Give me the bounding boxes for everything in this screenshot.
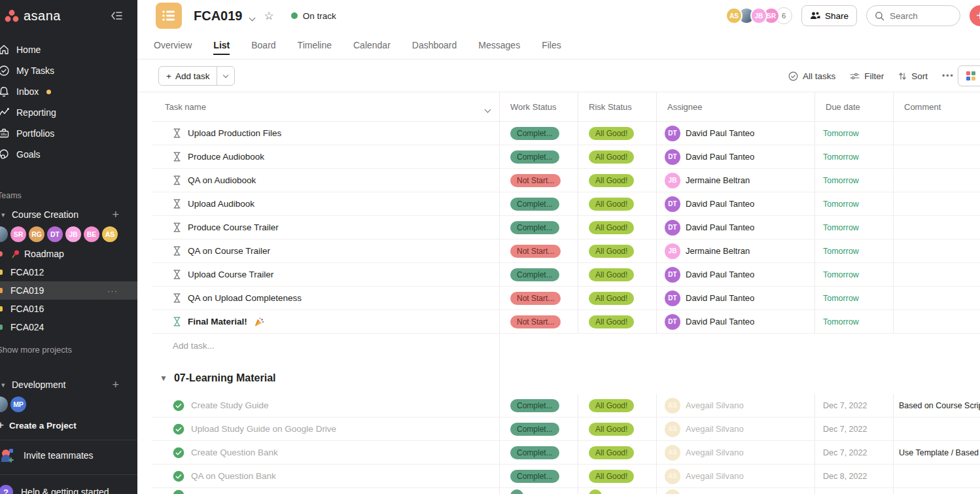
task-name[interactable]: Produce Course Trailer xyxy=(188,222,279,232)
assignee-name[interactable]: Jermaine Beltran xyxy=(686,246,750,256)
comment[interactable]: Use Template / Based o xyxy=(899,448,980,457)
add-project-button[interactable]: + xyxy=(112,378,119,392)
column-task-name[interactable]: Task name xyxy=(152,92,499,121)
tab-overview[interactable]: Overview xyxy=(154,31,192,59)
column-assignee[interactable]: Assignee xyxy=(656,92,814,121)
star-icon[interactable]: ☆ xyxy=(264,9,273,23)
sidebar-project-fca024[interactable]: FCA024 xyxy=(0,318,137,336)
chevron-down-icon[interactable] xyxy=(485,104,490,114)
team-course-creation[interactable]: ▾ Course Creation + xyxy=(0,204,137,225)
work-status-chip[interactable]: Complet... xyxy=(510,198,559,211)
work-status-chip[interactable]: Complet... xyxy=(510,150,559,164)
task-name[interactable]: QA on Audiobook xyxy=(188,175,256,185)
team-development[interactable]: ▾ Development + xyxy=(0,374,137,395)
avatar[interactable]: JB xyxy=(750,7,767,24)
sidebar-item-my-tasks[interactable]: My Tasks xyxy=(0,60,137,81)
risk-status-chip[interactable]: All Good! xyxy=(589,245,634,258)
table-row[interactable]: Create Study Guide Complet... All Good! … xyxy=(152,394,980,417)
search-box[interactable] xyxy=(866,5,960,26)
sidebar-project-roadmap[interactable]: Roadmap xyxy=(0,245,137,263)
sidebar-project-fca016[interactable]: FCA016 xyxy=(0,300,137,318)
task-name[interactable]: QA on Course Trailer xyxy=(188,246,270,256)
assignee-name[interactable]: David Paul Tanteo xyxy=(686,293,754,303)
due-date[interactable]: Dec 7, 2022 xyxy=(823,401,867,410)
table-row[interactable]: QA on Audiobook Not Start... All Good! J… xyxy=(152,169,980,192)
create-button[interactable]: + xyxy=(970,5,980,26)
assignee-name[interactable]: Jermaine Beltran xyxy=(686,175,750,185)
avatar[interactable]: AS xyxy=(102,226,118,242)
tab-messages[interactable]: Messages xyxy=(478,31,520,59)
due-date[interactable]: Tomorrow xyxy=(823,247,859,256)
sidebar-item-portfolios[interactable]: Portfolios xyxy=(0,123,137,144)
add-task-button[interactable]: +Add task xyxy=(158,66,235,86)
avatar[interactable]: SR xyxy=(10,226,26,242)
assignee-name[interactable]: David Paul Tanteo xyxy=(686,128,754,138)
column-work-status[interactable]: Work Status xyxy=(499,92,578,121)
tab-dashboard[interactable]: Dashboard xyxy=(412,31,457,59)
sort-button[interactable]: Sort xyxy=(898,71,928,81)
assignee-name[interactable]: David Paul Tanteo xyxy=(686,270,754,279)
column-due-date[interactable]: Due date xyxy=(814,92,893,121)
risk-status-chip[interactable]: All Good! xyxy=(589,174,634,187)
sidebar-project-fca012[interactable]: FCA012 xyxy=(0,263,137,281)
work-status-chip[interactable]: Complet... xyxy=(510,127,559,140)
table-row[interactable]: Upload Audibook Complet... All Good! DTD… xyxy=(152,192,980,216)
work-status-chip[interactable]: Not Start... xyxy=(510,315,561,328)
team-name[interactable]: Development xyxy=(12,379,112,390)
work-status-chip[interactable]: Complet... xyxy=(510,221,559,234)
risk-status-chip[interactable]: All Good! xyxy=(589,221,634,234)
assignee-name[interactable]: Avegail Silvano xyxy=(686,448,744,457)
due-date[interactable]: Tomorrow xyxy=(823,317,859,326)
asana-logo[interactable]: asana xyxy=(4,9,61,24)
assignee-name[interactable]: David Paul Tanteo xyxy=(686,199,754,209)
section-header[interactable]: ▼ 07-Learning Material xyxy=(152,366,980,390)
filter-button[interactable]: Filter xyxy=(850,71,884,81)
work-status-chip[interactable]: Not Start... xyxy=(510,245,561,258)
work-status-chip[interactable]: Complet... xyxy=(510,399,559,412)
project-more-options-icon[interactable]: ··· xyxy=(107,286,118,296)
task-name[interactable]: Upload Study Guide on Google Drive xyxy=(191,424,336,434)
assignee-name[interactable]: Avegail Silvano xyxy=(686,471,744,481)
table-row[interactable]: QA on Question Bank Complet... All Good!… xyxy=(152,465,980,488)
tab-files[interactable]: Files xyxy=(542,31,561,59)
invite-teammates-button[interactable]: Invite teammates xyxy=(0,440,137,470)
table-row[interactable]: QA on Upload Completeness Not Start... A… xyxy=(152,287,980,310)
avatar[interactable]: MP xyxy=(10,397,26,412)
sidebar-project-fca019[interactable]: FCA019 ··· xyxy=(0,281,137,300)
column-comment[interactable]: Comment xyxy=(893,92,980,121)
assignee-name[interactable]: Avegail Silvano xyxy=(686,424,744,434)
more-options-icon[interactable]: ••• xyxy=(942,71,954,80)
customize-button[interactable]: Customize xyxy=(958,65,980,86)
assignee-name[interactable]: David Paul Tanteo xyxy=(686,152,754,162)
due-date[interactable]: Dec 7, 2022 xyxy=(823,425,867,434)
risk-status-chip[interactable]: All Good! xyxy=(589,150,634,164)
task-name[interactable]: Produce Audiobook xyxy=(188,152,264,162)
assignee-name[interactable]: Avegail Silvano xyxy=(686,400,744,410)
check-circle-icon[interactable] xyxy=(173,423,184,435)
table-row[interactable]: Upload Production Files Complet... All G… xyxy=(152,122,980,145)
work-status-chip[interactable]: Complet... xyxy=(510,470,559,483)
task-name[interactable]: QA on Upload Completeness xyxy=(188,293,302,303)
add-project-button[interactable]: + xyxy=(112,208,119,222)
due-date[interactable]: Tomorrow xyxy=(823,294,859,303)
section-title[interactable]: 07-Learning Material xyxy=(174,372,276,384)
due-date[interactable]: Tomorrow xyxy=(823,129,859,138)
comment[interactable]: Based on Course Script xyxy=(899,401,980,410)
risk-status-chip[interactable]: All Good! xyxy=(589,470,634,483)
tab-calendar[interactable]: Calendar xyxy=(353,31,391,59)
section-collapse-icon[interactable]: ▼ xyxy=(160,374,167,383)
tab-board[interactable]: Board xyxy=(251,31,275,59)
assignee-name[interactable]: David Paul Tanteo xyxy=(686,222,754,232)
chevron-down-icon[interactable] xyxy=(250,11,254,23)
avatar[interactable]: RG xyxy=(29,226,44,242)
table-row[interactable]: Produce Audiobook Complet... All Good! D… xyxy=(152,145,980,169)
assignee-name[interactable]: David Paul Tanteo xyxy=(686,317,754,326)
check-circle-icon[interactable] xyxy=(173,447,184,459)
check-circle-icon[interactable] xyxy=(173,400,184,412)
check-circle-icon[interactable] xyxy=(173,470,184,482)
collapse-sidebar-icon[interactable] xyxy=(110,10,123,21)
photo-avatar[interactable] xyxy=(0,226,8,242)
table-row[interactable]: Upload Study Guide on Google Drive Compl… xyxy=(152,417,980,441)
sidebar-item-goals[interactable]: Goals xyxy=(0,144,137,165)
due-date[interactable]: Tomorrow xyxy=(823,200,859,209)
